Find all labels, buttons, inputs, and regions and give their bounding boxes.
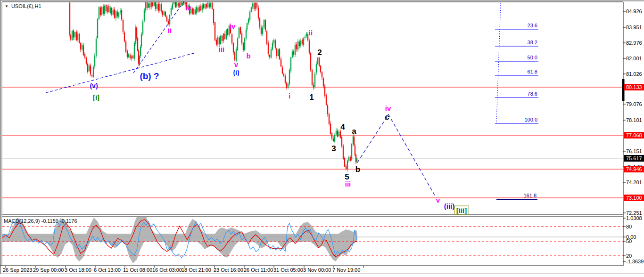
wave-label[interactable]: a bbox=[352, 127, 356, 135]
wave-label[interactable]: [i] bbox=[93, 94, 99, 101]
candle-body bbox=[258, 8, 259, 18]
candle-body bbox=[279, 49, 280, 59]
wave-label[interactable]: 2 bbox=[317, 49, 322, 57]
wave-label[interactable]: b bbox=[355, 165, 360, 173]
wave-label[interactable]: iv bbox=[185, 4, 191, 11]
chevron-down-icon[interactable]: ▼ bbox=[5, 4, 8, 8]
fib-level-label: 50.0 bbox=[528, 55, 537, 60]
candle-body bbox=[252, 4, 253, 8]
wave-label[interactable]: v bbox=[234, 61, 238, 68]
wave-label[interactable]: 5 bbox=[345, 173, 349, 181]
time-axis-label[interactable]: 6 Oct 13:00 bbox=[94, 267, 121, 273]
candle-body bbox=[259, 18, 260, 27]
candle-body bbox=[306, 33, 307, 36]
candle-body bbox=[247, 23, 248, 29]
price-axis-label: 84.926 bbox=[626, 8, 642, 14]
candle-body bbox=[120, 11, 121, 12]
wave-label[interactable]: 3 bbox=[331, 145, 336, 153]
candle-body bbox=[123, 20, 124, 32]
candle-body bbox=[241, 33, 242, 43]
candle-body bbox=[324, 86, 325, 96]
candle-body bbox=[97, 19, 98, 38]
candle-body bbox=[70, 35, 71, 39]
candle-body bbox=[292, 51, 293, 57]
candle-body bbox=[168, 21, 169, 24]
candle-body bbox=[290, 57, 291, 71]
time-axis-label[interactable]: 3 Nov 00:00 bbox=[303, 267, 331, 273]
candle-body bbox=[213, 9, 214, 23]
candle-body bbox=[151, 2, 152, 7]
time-axis-label[interactable]: 7 Nov 19:00 bbox=[332, 267, 360, 273]
wave-label[interactable]: 4 bbox=[340, 123, 345, 131]
wave-label[interactable]: v bbox=[436, 196, 440, 204]
fib-level-label: 61.8 bbox=[528, 69, 537, 74]
candle-body bbox=[295, 45, 296, 55]
candle-body bbox=[254, 3, 255, 9]
candle-body bbox=[116, 11, 116, 18]
candle-body bbox=[302, 40, 303, 44]
macd-axis-label: -1.3639 bbox=[626, 259, 644, 264]
candle-body bbox=[91, 75, 92, 76]
wave-label[interactable]: (i) bbox=[233, 69, 239, 76]
candle-body bbox=[237, 39, 238, 50]
candle-body bbox=[266, 31, 267, 44]
candle-body bbox=[202, 5, 203, 10]
candle-body bbox=[82, 45, 83, 49]
candle-body bbox=[125, 41, 126, 52]
chart-window: ▼ USOIL(€),H1 MACD(12,26,9) -0.1159 -0.1… bbox=[0, 0, 644, 277]
wave-label[interactable]: ii bbox=[309, 29, 313, 36]
wave-label[interactable]: 1 bbox=[309, 93, 314, 101]
wave-label[interactable]: [iii] bbox=[454, 206, 469, 215]
time-axis-label[interactable]: 23 Oct 16:00 bbox=[214, 267, 243, 273]
wave-label[interactable]: ii bbox=[168, 27, 172, 34]
time-axis-label[interactable]: 16 Oct 03:00 bbox=[152, 267, 182, 273]
candle-body bbox=[176, 2, 177, 6]
macd-axis-label: 1.0308 bbox=[626, 215, 642, 221]
time-axis-label[interactable]: 3 Oct 18:00 bbox=[65, 267, 91, 273]
wave-label[interactable]: i bbox=[289, 92, 290, 99]
wave-label[interactable]: b bbox=[246, 52, 250, 59]
wave-label[interactable]: iv bbox=[230, 23, 236, 30]
wave-label[interactable]: (v) bbox=[90, 82, 98, 89]
wave-label[interactable]: c bbox=[385, 113, 389, 121]
time-axis-label[interactable]: 29 Sep 00:00 bbox=[33, 267, 64, 273]
candle-body bbox=[271, 49, 272, 58]
candle-body bbox=[289, 70, 290, 84]
candle-body bbox=[240, 27, 241, 33]
time-axis-label[interactable]: 18 Oct 21:00 bbox=[182, 267, 211, 273]
candle-body bbox=[347, 161, 348, 169]
wave-label[interactable]: (iii) bbox=[444, 203, 455, 210]
candle-body bbox=[273, 40, 274, 43]
candle-body bbox=[139, 56, 140, 64]
candle-body bbox=[207, 2, 208, 8]
wave-label[interactable]: iv bbox=[385, 105, 391, 112]
time-axis-label[interactable]: 11 Oct 08:00 bbox=[123, 267, 152, 273]
wave-label[interactable]: (b) ? bbox=[140, 72, 159, 81]
candle-body bbox=[144, 9, 145, 20]
candle-body bbox=[80, 43, 81, 49]
candle-body bbox=[243, 43, 244, 50]
fib-vertical-line[interactable] bbox=[496, 3, 501, 123]
candle-body bbox=[310, 53, 311, 70]
wave-label[interactable]: iii bbox=[219, 46, 225, 53]
candle-body bbox=[173, 2, 174, 4]
wave-label[interactable]: iii bbox=[345, 180, 351, 187]
time-axis-label[interactable]: 26 Sep 2023 bbox=[3, 267, 32, 273]
price-axis-label: 82.976 bbox=[626, 40, 642, 46]
candle-body bbox=[79, 34, 80, 43]
candle-body bbox=[113, 10, 114, 15]
trendline[interactable] bbox=[46, 53, 196, 93]
time-axis-label[interactable]: 31 Oct 05:00 bbox=[273, 267, 303, 273]
candle-body bbox=[303, 39, 304, 46]
candle-body bbox=[103, 7, 104, 14]
candle-body bbox=[200, 6, 201, 10]
fib-extension-label: 161.8 bbox=[523, 193, 537, 198]
projection-line[interactable] bbox=[357, 114, 436, 197]
time-axis-label[interactable]: 26 Oct 11:00 bbox=[244, 267, 273, 273]
candle-body bbox=[216, 40, 217, 45]
candle-body bbox=[206, 4, 207, 8]
candle-body bbox=[293, 51, 294, 55]
candle-body bbox=[114, 9, 115, 18]
candle-body bbox=[111, 8, 112, 15]
candle-body bbox=[106, 5, 107, 11]
